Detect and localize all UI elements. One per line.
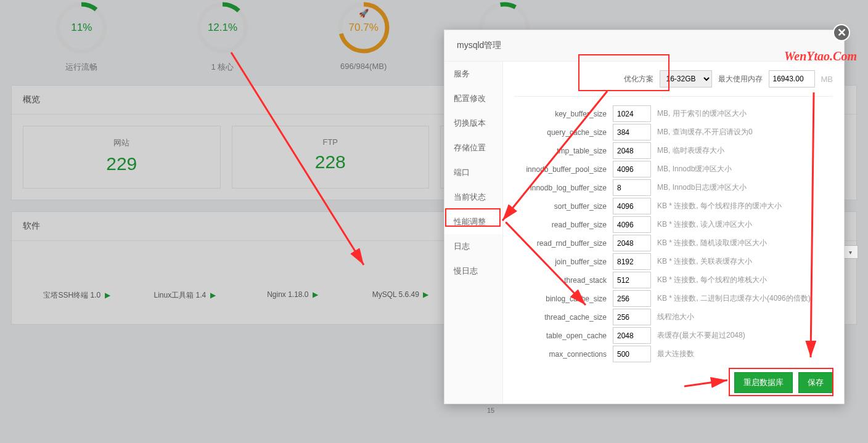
param-input-join_buffer_size[interactable] <box>613 253 651 270</box>
save-button[interactable]: 保存 <box>798 372 833 393</box>
opt-scheme-label: 优化方案 <box>624 74 653 84</box>
param-row-table_open_cache: table_open_cache表缓存(最大不要超过2048) <box>514 327 833 344</box>
param-key: thread_stack <box>514 276 613 285</box>
modal-sidebar-item-3[interactable]: 存储位置 <box>444 136 502 160</box>
param-input-read_buffer_size[interactable] <box>613 216 651 233</box>
param-input-binlog_cache_size[interactable] <box>613 290 651 307</box>
param-desc: KB * 连接数, 读入缓冲区大小 <box>657 219 752 230</box>
mysqld-modal: ✕ mysqld管理 服务配置修改切换版本存储位置端口当前状态性能调整日志慢日志… <box>444 30 845 404</box>
param-key: read_rnd_buffer_size <box>514 239 613 248</box>
opt-scheme-select[interactable]: 16-32GB <box>660 70 712 87</box>
max-mem-input[interactable] <box>769 70 815 87</box>
param-input-thread_cache_size[interactable] <box>613 309 651 325</box>
modal-sidebar-item-7[interactable]: 日志 <box>444 234 502 259</box>
param-input-read_rnd_buffer_size[interactable] <box>613 235 651 251</box>
param-key: join_buffer_size <box>514 258 613 266</box>
max-mem-unit: MB <box>821 75 833 84</box>
restart-db-button[interactable]: 重启数据库 <box>734 372 793 393</box>
param-key: binlog_cache_size <box>514 295 613 303</box>
param-input-innodb_log_buffer_size[interactable] <box>613 179 651 196</box>
param-row-max_connections: max_connections最大连接数 <box>514 346 833 362</box>
param-desc: KB * 连接数, 随机读取缓冲区大小 <box>657 238 767 248</box>
modal-sidebar-item-8[interactable]: 慢日志 <box>444 259 502 283</box>
param-row-tmp_table_size: tmp_table_sizeMB, 临时表缓存大小 <box>514 142 833 159</box>
param-key: table_open_cache <box>514 331 613 340</box>
modal-sidebar-item-4[interactable]: 端口 <box>444 160 502 185</box>
modal-sidebar-item-5[interactable]: 当前状态 <box>444 185 502 209</box>
modal-sidebar-item-1[interactable]: 配置修改 <box>444 86 502 111</box>
param-input-innodb_buffer_pool_size[interactable] <box>613 161 651 177</box>
param-row-binlog_cache_size: binlog_cache_sizeKB * 连接数, 二进制日志缓存大小(409… <box>514 290 833 307</box>
watermark: WenYtao.Com <box>784 49 857 63</box>
param-desc: MB, 临时表缓存大小 <box>657 145 724 156</box>
param-row-innodb_buffer_pool_size: innodb_buffer_pool_sizeMB, Innodb缓冲区大小 <box>514 161 833 177</box>
param-input-table_open_cache[interactable] <box>613 327 651 344</box>
param-key: query_cache_size <box>514 128 613 137</box>
param-key: sort_buffer_size <box>514 202 613 211</box>
param-key: tmp_table_size <box>514 147 613 155</box>
param-desc: 线程池大小 <box>657 312 694 322</box>
param-row-join_buffer_size: join_buffer_sizeKB * 连接数, 关联表缓存大小 <box>514 253 833 270</box>
param-input-tmp_table_size[interactable] <box>613 142 651 159</box>
param-row-read_rnd_buffer_size: read_rnd_buffer_sizeKB * 连接数, 随机读取缓冲区大小 <box>514 235 833 251</box>
max-mem-label: 最大使用内存 <box>718 74 763 84</box>
modal-sidebar: 服务配置修改切换版本存储位置端口当前状态性能调整日志慢日志 <box>444 62 503 404</box>
param-desc: KB * 连接数, 每个线程排序的缓冲大小 <box>657 201 782 211</box>
param-desc: KB * 连接数, 关联表缓存大小 <box>657 256 752 267</box>
param-input-max_connections[interactable] <box>613 346 651 362</box>
param-desc: 最大连接数 <box>657 349 694 359</box>
param-desc: MB, 用于索引的缓冲区大小 <box>657 108 747 119</box>
modal-sidebar-item-2[interactable]: 切换版本 <box>444 111 502 136</box>
modal-sidebar-item-6[interactable]: 性能调整 <box>444 209 502 234</box>
close-button[interactable]: ✕ <box>833 24 850 41</box>
param-desc: MB, 查询缓存,不开启请设为0 <box>657 127 753 137</box>
param-key: max_connections <box>514 350 613 359</box>
param-key: innodb_log_buffer_size <box>514 184 613 192</box>
param-desc: MB, Innodb日志缓冲区大小 <box>657 182 747 193</box>
param-row-thread_stack: thread_stackKB * 连接数, 每个线程的堆栈大小 <box>514 272 833 288</box>
param-key: innodb_buffer_pool_size <box>514 165 613 174</box>
param-row-innodb_log_buffer_size: innodb_log_buffer_sizeMB, Innodb日志缓冲区大小 <box>514 179 833 196</box>
param-input-thread_stack[interactable] <box>613 272 651 288</box>
param-key: thread_cache_size <box>514 313 613 322</box>
param-input-query_cache_size[interactable] <box>613 124 651 140</box>
param-row-sort_buffer_size: sort_buffer_sizeKB * 连接数, 每个线程排序的缓冲大小 <box>514 198 833 214</box>
param-desc: KB * 连接数, 二进制日志缓存大小(4096的倍数) <box>657 293 811 304</box>
close-icon: ✕ <box>837 27 846 38</box>
modal-main: 优化方案 16-32GB 最大使用内存 MB key_buffer_sizeMB… <box>503 62 844 404</box>
param-key: read_buffer_size <box>514 221 613 229</box>
param-desc: KB * 连接数, 每个线程的堆栈大小 <box>657 275 767 285</box>
param-input-sort_buffer_size[interactable] <box>613 198 651 214</box>
param-input-key_buffer_size[interactable] <box>613 105 651 122</box>
param-row-query_cache_size: query_cache_sizeMB, 查询缓存,不开启请设为0 <box>514 124 833 140</box>
param-desc: 表缓存(最大不要超过2048) <box>657 330 745 341</box>
param-desc: MB, Innodb缓冲区大小 <box>657 164 732 174</box>
param-row-read_buffer_size: read_buffer_sizeKB * 连接数, 读入缓冲区大小 <box>514 216 833 233</box>
param-row-key_buffer_size: key_buffer_sizeMB, 用于索引的缓冲区大小 <box>514 105 833 122</box>
modal-sidebar-item-0[interactable]: 服务 <box>444 62 502 86</box>
param-key: key_buffer_size <box>514 110 613 118</box>
param-row-thread_cache_size: thread_cache_size线程池大小 <box>514 309 833 325</box>
